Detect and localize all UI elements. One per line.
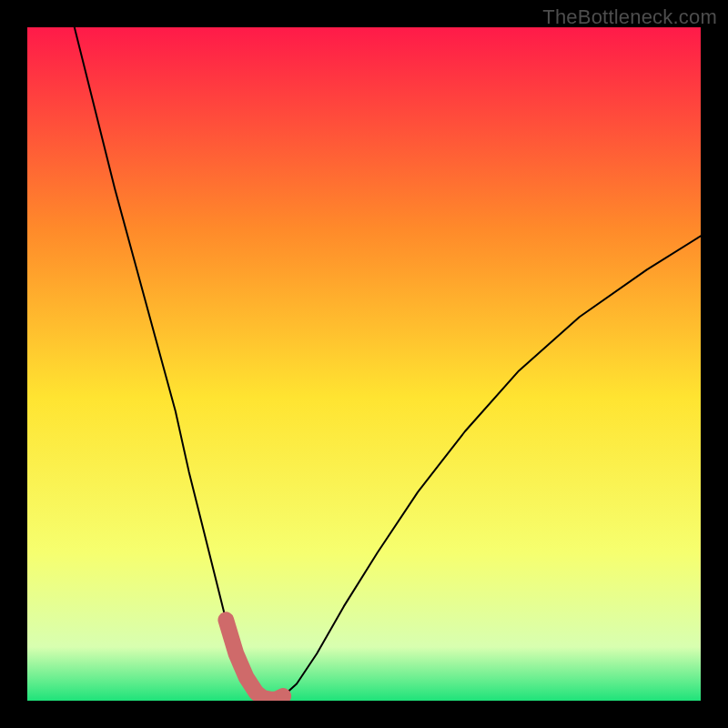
gradient-background <box>27 27 701 701</box>
watermark-text: TheBottleneck.com <box>542 5 717 29</box>
bottleneck-chart <box>27 27 701 701</box>
chart-frame: TheBottleneck.com <box>0 0 728 728</box>
